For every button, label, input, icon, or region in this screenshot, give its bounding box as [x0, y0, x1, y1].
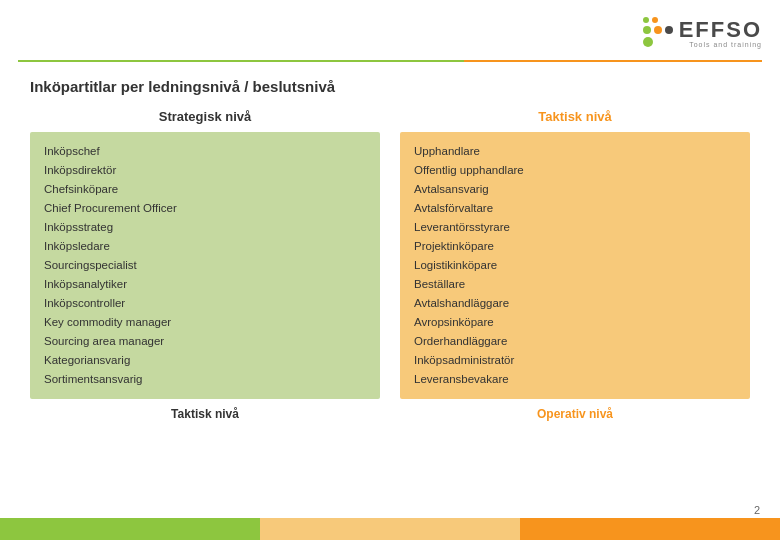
logo-dot [652, 17, 658, 23]
bottom-orange [520, 518, 780, 540]
strategisk-header: Strategisk nivå [159, 109, 252, 124]
taktisk-header: Taktisk nivå [538, 109, 611, 124]
strategisk-items: InköpschefInköpsdirektörChefsinköpareChi… [44, 142, 366, 389]
top-bar: EFFSO Tools and training [0, 0, 780, 60]
logo: EFFSO Tools and training [643, 17, 762, 48]
taktisk-items: UpphandlareOffentlig upphandlareAvtalsan… [414, 142, 736, 389]
logo-dots [643, 17, 673, 47]
logo-dot [654, 26, 662, 34]
bottom-bar [0, 518, 780, 540]
taktisk-box: UpphandlareOffentlig upphandlareAvtalsan… [400, 132, 750, 399]
logo-dot [643, 37, 653, 47]
main-content: Inköpartitlar per ledningsnivå / besluts… [0, 62, 780, 431]
strategisk-column: Strategisk nivå InköpschefInköpsdirektör… [30, 109, 380, 421]
strategisk-box: InköpschefInköpsdirektörChefsinköpareChi… [30, 132, 380, 399]
logo-dot [643, 17, 649, 23]
strategisk-footer: Taktisk nivå [171, 407, 239, 421]
bottom-green [0, 518, 260, 540]
page-number: 2 [754, 504, 760, 516]
taktisk-column: Taktisk nivå UpphandlareOffentlig upphan… [400, 109, 750, 421]
logo-dot [665, 26, 673, 34]
logo-dot [643, 26, 651, 34]
taktisk-footer: Operativ nivå [537, 407, 613, 421]
columns-container: Strategisk nivå InköpschefInköpsdirektör… [30, 109, 750, 421]
logo-text: EFFSO [679, 17, 762, 43]
logo-tagline: Tools and training [679, 41, 762, 48]
page-title: Inköpartitlar per ledningsnivå / besluts… [30, 78, 750, 95]
bottom-yellow [260, 518, 520, 540]
